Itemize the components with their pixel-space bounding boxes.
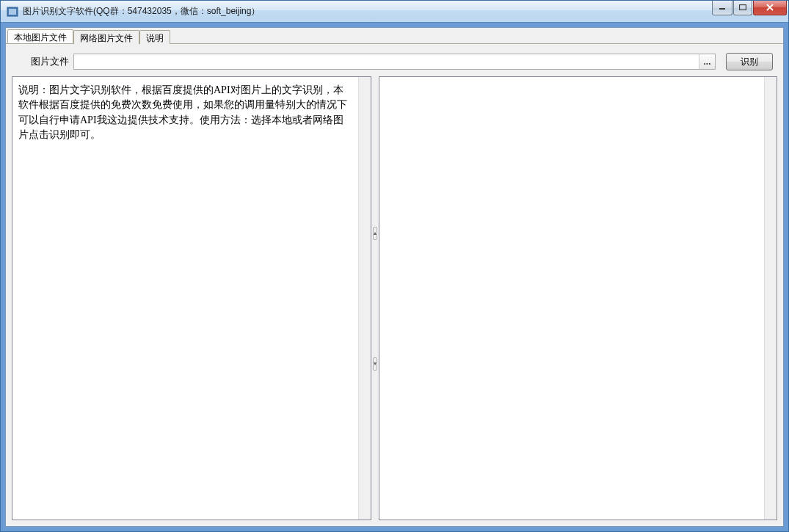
right-pane <box>379 76 777 520</box>
app-icon <box>7 6 18 18</box>
client-border: 本地图片文件 网络图片文件 说明 图片文件 ... 识别 说明：图片文字识别软件… <box>1 23 788 531</box>
window-title: 图片识别文字软件(QQ群：547432035，微信：soft_beijing） <box>23 5 711 18</box>
tab-help[interactable]: 说明 <box>139 30 170 44</box>
close-button[interactable] <box>753 1 787 15</box>
app-window: 图片识别文字软件(QQ群：547432035，微信：soft_beijing） … <box>0 0 789 532</box>
client-area: 本地图片文件 网络图片文件 说明 图片文件 ... 识别 说明：图片文字识别软件… <box>5 27 784 527</box>
svg-rect-3 <box>740 5 746 10</box>
left-scrollbar[interactable] <box>358 77 371 520</box>
browse-button[interactable]: ... <box>699 54 715 69</box>
svg-rect-1 <box>9 9 16 15</box>
minimize-button[interactable] <box>712 1 732 15</box>
result-area <box>379 77 764 520</box>
description-text: 说明：图片文字识别软件，根据百度提供的API对图片上的文字识别，本软件根据百度提… <box>12 77 358 520</box>
svg-rect-2 <box>719 8 725 10</box>
right-scrollbar[interactable] <box>764 77 777 520</box>
splitter-handle-up[interactable] <box>373 227 377 240</box>
maximize-button[interactable] <box>733 1 752 15</box>
splitter[interactable] <box>371 76 379 520</box>
tab-strip: 本地图片文件 网络图片文件 说明 <box>6 28 783 44</box>
window-controls <box>711 1 787 15</box>
tab-network-image[interactable]: 网络图片文件 <box>73 30 139 44</box>
file-input-group: ... <box>73 54 716 70</box>
split-panes: 说明：图片文字识别软件，根据百度提供的API对图片上的文字识别，本软件根据百度提… <box>7 76 782 525</box>
splitter-handle-down[interactable] <box>373 357 377 371</box>
tab-local-image[interactable]: 本地图片文件 <box>7 29 73 43</box>
titlebar[interactable]: 图片识别文字软件(QQ群：547432035，微信：soft_beijing） <box>1 1 788 23</box>
recognize-button[interactable]: 识别 <box>726 53 773 70</box>
left-pane: 说明：图片文字识别软件，根据百度提供的API对图片上的文字识别，本软件根据百度提… <box>12 76 371 520</box>
toolbar: 图片文件 ... 识别 <box>7 45 782 76</box>
file-path-input[interactable] <box>74 54 699 69</box>
tab-content: 图片文件 ... 识别 说明：图片文字识别软件，根据百度提供的API对图片上的文… <box>6 44 783 526</box>
file-label: 图片文件 <box>31 55 69 68</box>
